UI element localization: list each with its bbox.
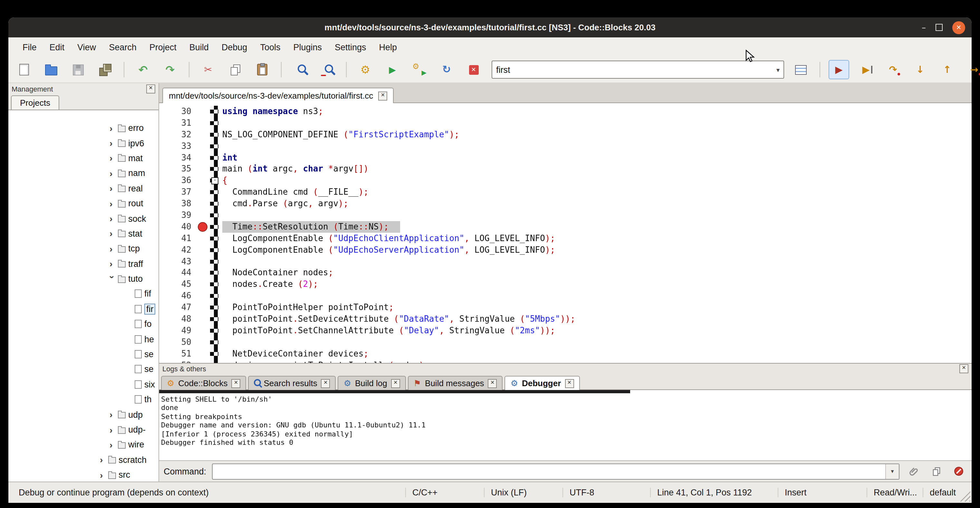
code-line[interactable]: 39 (159, 210, 972, 221)
maximize-button[interactable] (935, 24, 943, 31)
tree-item[interactable]: he (8, 332, 159, 347)
chevron-right-icon[interactable]: › (110, 425, 115, 434)
fold-margin[interactable] (210, 106, 218, 117)
chevron-down-icon[interactable]: ▾ (885, 464, 899, 479)
breakpoint-margin[interactable] (196, 233, 210, 244)
code-line[interactable]: 33 (159, 140, 972, 152)
new-file-button[interactable] (14, 60, 34, 79)
fold-margin[interactable] (210, 325, 218, 336)
fold-margin[interactable] (210, 336, 218, 348)
build-and-run-button[interactable]: ⚙ ▶ (409, 60, 430, 79)
fold-margin[interactable] (210, 348, 218, 359)
breakpoint-margin[interactable] (196, 175, 210, 186)
rebuild-button[interactable]: ↻ (436, 60, 457, 79)
tree-item[interactable]: se (8, 362, 159, 377)
menu-view[interactable]: View (71, 40, 102, 54)
fold-margin[interactable] (210, 290, 218, 302)
tree-item[interactable]: fif (8, 287, 159, 302)
titlebar[interactable]: mnt/dev/tools/source/ns-3-dev/examples/t… (8, 18, 972, 37)
fold-margin[interactable] (210, 117, 218, 129)
code-area[interactable]: 30using namespace ns3;3132NS_LOG_COMPONE… (159, 103, 972, 363)
menu-tools[interactable]: Tools (253, 40, 287, 54)
chevron-right-icon[interactable]: › (110, 244, 115, 253)
code-line[interactable]: 32NS_LOG_COMPONENT_DEFINE ("FirstScriptE… (159, 129, 972, 140)
clear-log-button[interactable] (950, 463, 967, 479)
tree-item[interactable]: ›tuto (8, 271, 159, 287)
breakpoint-marker[interactable] (198, 222, 207, 232)
chevron-right-icon[interactable]: › (100, 470, 106, 479)
tree-item[interactable]: ›wire (8, 437, 159, 452)
fold-margin[interactable] (210, 140, 218, 152)
close-icon[interactable]: ✕ (321, 379, 330, 388)
run-to-cursor-button[interactable]: ▶ (856, 60, 876, 79)
code-line[interactable]: 49 pointToPoint.SetChannelAttribute ("De… (159, 325, 972, 336)
tab-build-messages[interactable]: ⚑Build messages✕ (408, 376, 503, 390)
breakpoint-margin[interactable] (196, 359, 210, 363)
breakpoint-margin[interactable] (196, 244, 210, 256)
fold-margin[interactable] (210, 152, 218, 163)
breakpoint-margin[interactable] (196, 106, 210, 117)
debug-continue-button[interactable]: ▶ (829, 60, 849, 79)
breakpoint-margin[interactable] (196, 186, 210, 198)
redo-button[interactable]: ↷ (160, 60, 180, 79)
tab-debugger[interactable]: ⚙Debugger✕ (505, 376, 580, 390)
chevron-down-icon[interactable]: ▾ (776, 66, 780, 73)
tree-item[interactable]: ›nam (8, 166, 159, 181)
fold-margin[interactable] (210, 186, 218, 198)
breakpoint-margin[interactable] (196, 117, 210, 129)
editor-tab-first-cc[interactable]: mnt/dev/tools/source/ns-3-dev/examples/t… (162, 88, 394, 103)
fold-margin[interactable] (210, 129, 218, 140)
code-line[interactable]: 47 PointToPointHelper pointToPoint; (159, 302, 972, 313)
code-line[interactable]: 41 LogComponentEnable ("UdpEchoClientApp… (159, 233, 972, 244)
code-line[interactable]: 42 LogComponentEnable ("UdpEchoServerApp… (159, 244, 972, 256)
chevron-right-icon[interactable]: › (110, 154, 115, 163)
tree-item[interactable]: fir (8, 301, 159, 317)
chevron-right-icon[interactable]: › (110, 214, 115, 223)
menu-plugins[interactable]: Plugins (287, 40, 328, 54)
find-button[interactable] (290, 60, 310, 79)
fold-margin[interactable] (210, 313, 218, 325)
code-line[interactable]: 50 (159, 336, 972, 348)
chevron-right-icon[interactable]: › (110, 139, 115, 148)
code-line[interactable]: 31 (159, 117, 972, 129)
breakpoint-margin[interactable] (196, 336, 210, 348)
build-button[interactable]: ⚙ (355, 60, 375, 79)
fold-margin[interactable] (210, 244, 218, 256)
code-line[interactable]: 43 (159, 256, 972, 267)
build-target-combobox[interactable]: first ▾ (492, 61, 784, 79)
tab-search-results[interactable]: Search results✕ (248, 376, 336, 390)
chevron-right-icon[interactable]: › (110, 259, 115, 268)
chevron-down-icon[interactable]: › (108, 275, 117, 281)
fold-margin[interactable] (210, 359, 218, 363)
fold-margin[interactable] (210, 163, 218, 175)
code-line[interactable]: 38 cmd.Parse (argc, argv); (159, 198, 972, 210)
tree-item[interactable]: ›rout (8, 196, 159, 211)
save-all-button[interactable] (95, 60, 115, 79)
close-icon[interactable]: ✕ (488, 379, 497, 388)
tree-item[interactable]: ›real (8, 181, 159, 196)
tree-item[interactable]: ›stat (8, 226, 159, 241)
tree-item[interactable]: ›ipv6 (8, 136, 159, 151)
step-into-button[interactable]: ↓ (910, 60, 931, 79)
tree-item[interactable]: ›erro (8, 121, 159, 136)
menu-file[interactable]: File (16, 40, 43, 54)
resize-grip[interactable] (960, 491, 970, 502)
fold-margin[interactable] (210, 302, 218, 313)
menu-search[interactable]: Search (102, 40, 143, 54)
chevron-right-icon[interactable]: › (110, 184, 115, 193)
close-icon[interactable]: ✕ (565, 379, 574, 388)
replace-button[interactable] (317, 60, 337, 79)
code-line[interactable]: 44 NodeContainer nodes; (159, 267, 972, 279)
save-button[interactable] (68, 60, 88, 79)
code-line[interactable]: 34int (159, 152, 972, 163)
chevron-right-icon[interactable]: › (110, 169, 115, 178)
fold-margin[interactable] (210, 279, 218, 290)
breakpoint-margin[interactable] (196, 267, 210, 279)
tree-item[interactable]: ›src (8, 467, 159, 482)
tree-item[interactable]: ›mat (8, 151, 159, 166)
menu-debug[interactable]: Debug (215, 40, 254, 54)
copy-log-button[interactable] (928, 463, 945, 479)
breakpoint-margin[interactable] (196, 279, 210, 290)
fold-margin[interactable]: - (210, 175, 218, 186)
chevron-right-icon[interactable]: › (100, 455, 106, 465)
